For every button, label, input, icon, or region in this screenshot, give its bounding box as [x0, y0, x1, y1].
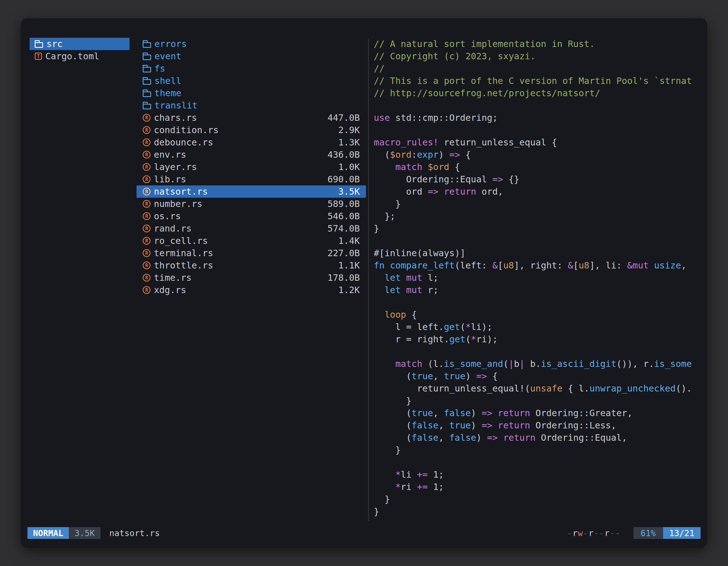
code-line: } — [374, 198, 700, 210]
entry-name: lib.rs — [154, 174, 186, 185]
entry-name: fs — [154, 63, 165, 74]
folder-row[interactable]: theme — [137, 87, 366, 99]
code-line — [374, 345, 700, 358]
folder-icon — [143, 91, 151, 97]
code-line — [374, 456, 700, 468]
file-row[interactable]: Rtime.rs178.0B — [137, 272, 366, 284]
entry-size: 1.2K — [338, 285, 360, 295]
entry-name: errors — [154, 39, 187, 49]
code-line: match (l.is_some_and(|b| b.is_ascii_digi… — [374, 358, 700, 370]
rust-file-icon: R — [143, 212, 151, 220]
entry-size: 447.0B — [327, 112, 360, 123]
toml-file-icon: T — [35, 53, 42, 60]
rust-file-icon: R — [143, 249, 151, 257]
entry-size: 2.9K — [338, 125, 360, 135]
file-row[interactable]: Rnatsort.rs3.5K — [137, 186, 366, 198]
code-line: (false, false) => return Ordering::Equal… — [374, 431, 700, 444]
file-permissions: -rw-r--r-- — [567, 527, 621, 539]
code-line: }; — [374, 210, 700, 222]
code-line: } — [374, 222, 700, 235]
code-line: #[inline(always)] — [374, 247, 700, 259]
file-row[interactable]: Rnumber.rs589.0B — [137, 198, 366, 210]
entry-name: event — [154, 51, 181, 62]
code-line: fn compare_left(left: &[u8], right: &[u8… — [374, 259, 700, 272]
file-row[interactable]: Rchars.rs447.0B — [137, 112, 366, 124]
code-line: } — [374, 505, 700, 518]
code-line: use std::cmp::Ordering; — [374, 112, 700, 124]
code-line: } — [374, 394, 700, 407]
entry-size: 574.0B — [327, 223, 360, 234]
code-line — [374, 99, 700, 112]
code-line: loop { — [374, 308, 700, 321]
file-row[interactable]: Rlayer.rs1.0K — [137, 161, 366, 173]
file-row[interactable]: Rthrottle.rs1.1K — [137, 259, 366, 272]
code-line — [374, 296, 700, 308]
code-line: (true, true) => { — [374, 370, 700, 382]
code-line: r = right.get(*ri); — [374, 333, 700, 345]
entry-name: rand.rs — [154, 223, 192, 234]
entry-name: time.rs — [154, 273, 192, 283]
rust-file-icon: R — [143, 139, 151, 146]
folder-row[interactable]: shell — [137, 75, 366, 87]
code-line: Ordering::Equal => {} — [374, 173, 700, 186]
file-row[interactable]: Rro_cell.rs1.4K — [137, 235, 366, 247]
folder-row[interactable]: event — [137, 50, 366, 62]
entry-size: 436.0B — [327, 149, 360, 160]
code-line: let mut l; — [374, 272, 700, 284]
file-row[interactable]: Rrand.rs574.0B — [137, 222, 366, 235]
entry-size: 589.0B — [327, 199, 360, 209]
folder-icon — [143, 42, 151, 48]
entry-name: theme — [154, 88, 181, 98]
entry-name: layer.rs — [154, 162, 197, 172]
entry-name: debounce.rs — [154, 137, 213, 148]
entry-name: os.rs — [154, 211, 181, 222]
entry-size: 690.0B — [327, 174, 360, 185]
folder-icon — [143, 79, 151, 85]
file-row[interactable]: Rcondition.rs2.9K — [137, 124, 366, 136]
file-row[interactable]: Rterminal.rs227.0B — [137, 247, 366, 259]
code-line: *ri += 1; — [374, 481, 700, 493]
code-line: // A natural sort implementation in Rust… — [374, 38, 700, 50]
code-line: // — [374, 62, 700, 75]
file-size-badge: 3.5K — [69, 527, 100, 539]
rust-file-icon: R — [143, 151, 151, 159]
code-line — [374, 124, 700, 136]
entry-size: 1.3K — [338, 137, 360, 148]
entry-name: translit — [154, 100, 198, 111]
code-line: ($ord:expr) => { — [374, 149, 700, 161]
file-row[interactable]: Rxdg.rs1.2K — [137, 284, 366, 296]
rust-file-icon: R — [143, 225, 151, 233]
file-row[interactable]: Ros.rs546.0B — [137, 210, 366, 222]
file-row[interactable]: Renv.rs436.0B — [137, 149, 366, 161]
entry-name: chars.rs — [154, 112, 197, 123]
code-line: macro_rules! return_unless_equal { — [374, 136, 700, 149]
folder-row[interactable]: errors — [137, 38, 366, 50]
rust-file-icon: R — [143, 274, 151, 282]
rust-file-icon: R — [143, 262, 151, 269]
file-row[interactable]: TCargo.toml — [30, 50, 130, 62]
file-row[interactable]: Rdebounce.rs1.3K — [137, 136, 366, 149]
folder-row[interactable]: translit — [137, 99, 366, 112]
code-line: } — [374, 493, 700, 505]
entry-name: natsort.rs — [154, 186, 208, 197]
folder-icon — [143, 67, 151, 72]
file-row[interactable]: Rlib.rs690.0B — [137, 173, 366, 186]
cursor-position-badge: 13/21 — [663, 527, 701, 539]
rust-file-icon: R — [143, 175, 151, 183]
folder-row[interactable]: src — [30, 38, 130, 50]
folder-icon — [143, 104, 151, 109]
preview-pane[interactable]: // A natural sort implementation in Rust… — [370, 38, 700, 525]
code-line: ord => return ord, — [374, 186, 700, 198]
folder-icon — [143, 55, 151, 60]
entry-size: 178.0B — [327, 273, 360, 283]
pane-divider — [368, 39, 369, 521]
code-line: *li += 1; — [374, 468, 700, 481]
rust-file-icon: R — [143, 126, 151, 134]
parent-pane: srcTCargo.toml — [30, 38, 137, 525]
entry-name: throttle.rs — [154, 260, 213, 271]
code-line: // Copyright (c) 2023, sxyazi. — [374, 50, 700, 62]
entry-size: 227.0B — [327, 248, 360, 259]
code-line: (false, true) => return Ordering::Less, — [374, 419, 700, 431]
folder-row[interactable]: fs — [137, 62, 366, 75]
scroll-percent-badge: 61% — [633, 527, 663, 539]
